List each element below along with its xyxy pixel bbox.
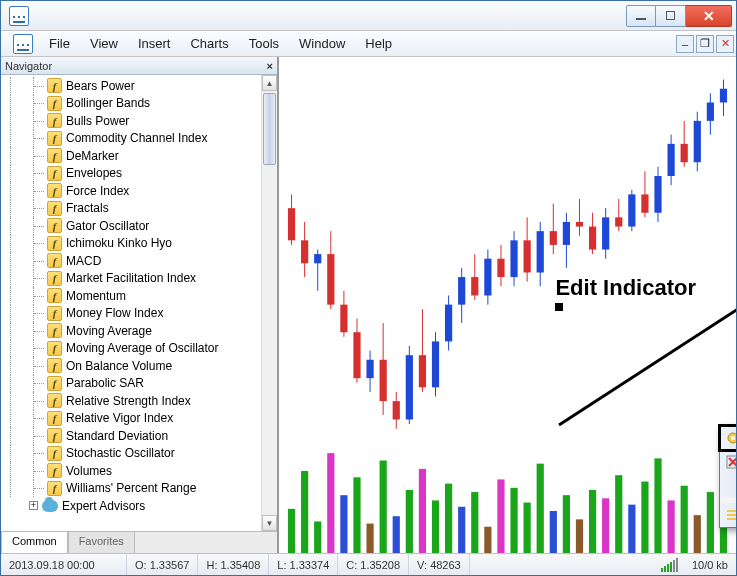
titlebar[interactable]: ✕ — [1, 1, 736, 31]
svg-rect-112 — [727, 518, 737, 520]
scroll-down-icon[interactable]: ▼ — [262, 515, 277, 531]
menu-window[interactable]: Window — [289, 33, 355, 54]
menu-insert[interactable]: Insert — [128, 33, 181, 54]
menu-tools[interactable]: Tools — [239, 33, 289, 54]
svg-rect-29 — [471, 277, 478, 295]
svg-rect-57 — [654, 176, 661, 213]
status-datetime: 2013.09.18 00:00 — [1, 554, 127, 575]
menu-item-indicators-list[interactable]: Indicators List Ctrl+I — [720, 503, 736, 527]
menu-help[interactable]: Help — [355, 33, 402, 54]
tree-item-indicator[interactable]: fRelative Strength Index — [1, 392, 261, 410]
svg-rect-45 — [576, 222, 583, 227]
svg-rect-78 — [419, 469, 426, 553]
svg-rect-90 — [576, 519, 583, 553]
svg-rect-81 — [458, 507, 465, 553]
chart-area[interactable]: Edit Indicator BW MFI properties... Dele… — [279, 57, 736, 553]
svg-rect-67 — [720, 89, 727, 103]
tree-item-indicator[interactable]: fOn Balance Volume — [1, 357, 261, 375]
navigator-header[interactable]: Navigator × — [1, 57, 277, 75]
scroll-thumb[interactable] — [263, 93, 276, 165]
tree-item-indicator[interactable]: fMomentum — [1, 287, 261, 305]
menu-file[interactable]: File — [39, 33, 80, 54]
navigator-tree[interactable]: ▲ ▼ fBears PowerfBollinger BandsfBulls P… — [1, 75, 277, 531]
svg-rect-100 — [707, 492, 714, 553]
tree-item-indicator[interactable]: fBulls Power — [1, 112, 261, 130]
scroll-up-icon[interactable]: ▲ — [262, 75, 277, 91]
tree-item-indicator[interactable]: fMoving Average — [1, 322, 261, 340]
tree-item-indicator[interactable]: fBears Power — [1, 77, 261, 95]
mdi-close-button[interactable]: ✕ — [716, 35, 734, 53]
tree-item-indicator[interactable]: fStochastic Oscillator — [1, 445, 261, 463]
scrollbar[interactable]: ▲ ▼ — [261, 75, 277, 531]
svg-rect-85 — [510, 488, 517, 553]
menubar: File View Insert Charts Tools Window Hel… — [1, 31, 736, 57]
tree-item-indicator[interactable]: fRelative Vigor Index — [1, 410, 261, 428]
status-net: 10/0 kb — [684, 554, 736, 575]
tree-item-indicator[interactable]: fIchimoku Kinko Hyo — [1, 235, 261, 253]
function-icon: f — [47, 218, 62, 233]
function-icon: f — [47, 288, 62, 303]
svg-rect-25 — [445, 305, 452, 342]
expand-icon[interactable]: + — [29, 501, 38, 510]
tree-item-label: Fractals — [66, 201, 109, 215]
tree-item-label: Envelopes — [66, 166, 122, 180]
svg-rect-51 — [615, 217, 622, 226]
svg-rect-53 — [628, 194, 635, 226]
status-open: O: 1.33567 — [127, 554, 198, 575]
tree-item-indicator[interactable]: fVolumes — [1, 462, 261, 480]
svg-rect-98 — [681, 486, 688, 553]
gear-icon — [725, 430, 737, 446]
svg-rect-70 — [314, 521, 321, 553]
tree-item-label: Gator Oscillator — [66, 219, 149, 233]
svg-rect-49 — [602, 217, 609, 249]
tree-item-indicator[interactable]: fForce Index — [1, 182, 261, 200]
tree-item-indicator[interactable]: fCommodity Channel Index — [1, 130, 261, 148]
tree-item-expert-advisors[interactable]: +Expert Advisors — [1, 497, 261, 514]
svg-rect-13 — [366, 360, 373, 378]
function-icon: f — [47, 306, 62, 321]
tree-item-indicator[interactable]: fMarket Facilitation Index — [1, 270, 261, 288]
svg-rect-41 — [550, 231, 557, 245]
tree-item-indicator[interactable]: fMoney Flow Index — [1, 305, 261, 323]
tree-item-label: Standard Deviation — [66, 429, 168, 443]
function-icon: f — [47, 323, 62, 338]
tree-item-indicator[interactable]: fEnvelopes — [1, 165, 261, 183]
tree-item-label: Force Index — [66, 184, 129, 198]
function-icon: f — [47, 411, 62, 426]
function-icon: f — [47, 131, 62, 146]
tree-item-indicator[interactable]: fWilliams' Percent Range — [1, 480, 261, 498]
tree-item-indicator[interactable]: fFractals — [1, 200, 261, 218]
svg-rect-82 — [471, 492, 478, 553]
tree-item-label: DeMarker — [66, 149, 119, 163]
menu-item-delete-indicator[interactable]: Delete Indicator — [720, 450, 736, 474]
tree-item-indicator[interactable]: fMoving Average of Oscillator — [1, 340, 261, 358]
menu-charts[interactable]: Charts — [180, 33, 238, 54]
tree-item-indicator[interactable]: fDeMarker — [1, 147, 261, 165]
svg-rect-1 — [288, 208, 295, 240]
close-button[interactable]: ✕ — [686, 5, 732, 27]
tab-common[interactable]: Common — [1, 531, 68, 553]
tree-item-indicator[interactable]: fParabolic SAR — [1, 375, 261, 393]
tree-item-indicator[interactable]: fGator Oscillator — [1, 217, 261, 235]
mdi-minimize-button[interactable]: – — [676, 35, 694, 53]
svg-rect-86 — [524, 503, 531, 553]
menu-item-properties[interactable]: BW MFI properties... — [720, 426, 736, 450]
navigator-close-icon[interactable]: × — [267, 60, 273, 72]
tree-item-indicator[interactable]: fMACD — [1, 252, 261, 270]
svg-rect-59 — [668, 144, 675, 176]
menu-view[interactable]: View — [80, 33, 128, 54]
minimize-button[interactable] — [626, 5, 656, 27]
maximize-button[interactable] — [656, 5, 686, 27]
tab-favorites[interactable]: Favorites — [68, 531, 135, 553]
tree-item-indicator[interactable]: fBollinger Bands — [1, 95, 261, 113]
candlestick-chart[interactable] — [279, 57, 736, 553]
tree-item-label: Moving Average of Oscillator — [66, 341, 219, 355]
tree-item-indicator[interactable]: fStandard Deviation — [1, 427, 261, 445]
menu-item-delete-window[interactable]: Delete Indicator Window — [720, 474, 736, 498]
mdi-restore-button[interactable]: ❐ — [696, 35, 714, 53]
function-icon: f — [47, 358, 62, 373]
tree-item-label: Williams' Percent Range — [66, 481, 196, 495]
svg-rect-65 — [707, 103, 714, 121]
svg-rect-35 — [510, 240, 517, 277]
svg-rect-7 — [327, 254, 334, 305]
